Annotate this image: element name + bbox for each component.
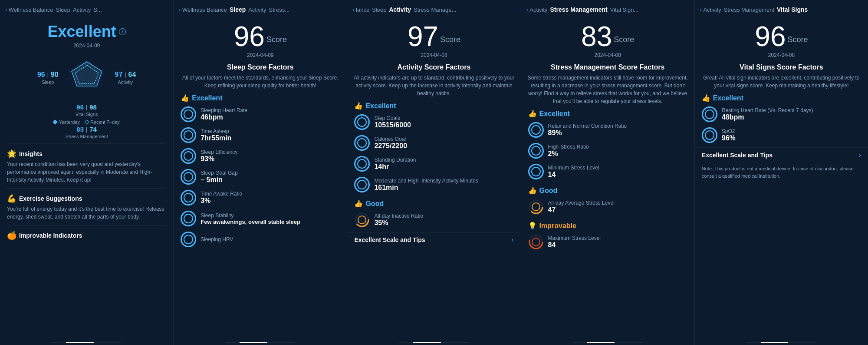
vitals-yesterday-score: 96	[76, 103, 84, 111]
activity-scale-tips[interactable]: Excellent Scale and Tips ›	[347, 232, 520, 247]
stress-metric-label-1: Relax and Normal Condition Ratio	[548, 123, 687, 129]
nav-back-2[interactable]: ‹ Wellness Balance	[179, 6, 227, 13]
sleep-metric-circle-4	[181, 169, 196, 185]
nav-item-sleep-1[interactable]: Sleep	[56, 7, 70, 13]
screen-stress: ‹ Activity Stress Management Vital Sign.…	[521, 0, 695, 345]
stress-metric-circle-3	[528, 164, 544, 179]
sleep-metric-time-asleep: Time Asleep 7hr55min	[174, 125, 347, 146]
stress-excellent-text: Excellent	[539, 110, 570, 118]
stress-metric-info-1: Relax and Normal Condition Ratio 89%	[548, 123, 687, 137]
sleep-label: Sleep	[42, 80, 54, 85]
scroll-indicator-3	[399, 342, 469, 343]
stress-factors-title: Stress Management Score Factors	[521, 63, 694, 71]
activity-metric-circle-good	[354, 212, 370, 228]
nav-active-sleep[interactable]: Sleep	[230, 6, 246, 13]
nav-item-s-1[interactable]: S...	[93, 7, 102, 13]
vitals-metric-info-1: Resting Heart Rate (Vs. Recent 7 days) 4…	[722, 107, 861, 121]
stress-metric-label-improvable: Maximum Stress Level	[548, 235, 687, 241]
activity-thumb-icon: 👍	[354, 102, 363, 110]
radar-chart	[63, 53, 111, 103]
stress-metric-relax: Relax and Normal Condition Ratio 89%	[521, 119, 694, 140]
sleep-metric-hrv: Sleeping HRV	[174, 229, 347, 250]
vitals-metric-circle-1	[702, 106, 717, 122]
sleep-metric-label-1: Sleeping Heart Rate	[201, 107, 340, 113]
insights-icon: 🌟	[7, 149, 16, 159]
stress-metric-info-3: Minimum Stress Level 14	[548, 165, 687, 179]
activity-metric-label-4: Moderate and High–Intensity Activity Min…	[374, 178, 513, 184]
stress-metric-value-1: 89%	[548, 129, 687, 137]
nav-active-vitals[interactable]: Vital Signs	[777, 6, 808, 13]
sleep-metric-value-5: 3%	[201, 197, 340, 205]
vitals-scale-tips[interactable]: Excellent Scale and Tips ›	[695, 147, 868, 163]
activity-metric-value-4: 161min	[374, 184, 513, 192]
sleep-metric-info-3: Sleep Efficiency 93%	[201, 149, 340, 163]
nav-bar-3: ‹ lance Sleep Activity Stress Manage...	[347, 0, 520, 19]
stress-metric-label-3: Minimum Stress Level	[548, 165, 687, 171]
activity-metric-label-3: Standing Duration	[374, 157, 513, 163]
sleep-metric-goal-gap: Sleep Goal Gap – 5min	[174, 166, 347, 187]
activity-chevron-icon: ›	[511, 236, 513, 244]
improvable-title: Improvable Indicators	[19, 232, 82, 239]
sleep-metric-info-4: Sleep Goal Gap – 5min	[201, 170, 340, 184]
activity-metric-value-2: 2275/2200	[374, 142, 513, 150]
stress-metric-min-stress: Minimum Stress Level 14	[521, 161, 694, 182]
svg-point-10	[532, 203, 540, 211]
stress-thumb-icon: 👍	[528, 109, 537, 118]
sleep-metric-value-4: – 5min	[201, 176, 340, 184]
activity-good-badge: 👍 Good	[354, 199, 513, 208]
activity-metric-circle-2	[354, 135, 370, 151]
scroll-indicator-1	[52, 342, 122, 343]
sleep-quality-badge: 👍 Excellent	[181, 94, 340, 102]
stress-metric-circle-1	[528, 122, 544, 138]
activity-metric-inactive: All-day Inactive Ratio 35%	[347, 209, 520, 230]
sleep-yesterday-score: 96	[37, 71, 45, 79]
nav-active-activity[interactable]: Activity	[389, 6, 411, 13]
exercise-text: You're full of energy today and it's the…	[0, 205, 173, 221]
activity-metric-value-1: 10515/6000	[374, 121, 513, 129]
nav-item-vitals-4[interactable]: Vital Sign...	[610, 7, 639, 13]
nav-bar-1: ‹ Wellness Balance Sleep Activity S...	[0, 0, 173, 19]
nav-item-stress-3[interactable]: Stress Manage...	[414, 7, 456, 13]
stress-improvable-text: Improvable	[539, 222, 576, 230]
nav-back-3[interactable]: ‹ lance	[352, 6, 369, 13]
exercise-header: 💪 Exercise Suggestions	[0, 194, 173, 203]
vitals-label-radar: Vital Signs	[76, 112, 98, 117]
nav-bar-5: ‹ Activity Stress Management Vital Signs	[695, 0, 868, 19]
activity-scale-tips-text: Excellent Scale and Tips	[354, 236, 425, 243]
stress-label-radar: Stress Management	[65, 134, 108, 139]
activity-metric-info-2: Calories Goal 2275/2200	[374, 136, 513, 150]
insights-title: Insights	[19, 150, 43, 157]
stress-metric-value-3: 14	[548, 171, 687, 179]
stress-improvable-badge: 💡 Improvable	[528, 222, 687, 230]
sleep-metric-value-6: Few awakenings, overall stable sleep	[201, 219, 340, 225]
sleep-metric-stability: Sleep Stability Few awakenings, overall …	[174, 208, 347, 229]
nav-item-activity-2[interactable]: Activity	[248, 7, 266, 13]
activity-metric-circle-3	[354, 156, 370, 172]
nav-active-stress[interactable]: Stress Management	[550, 6, 607, 13]
insights-header: 🌟 Insights	[0, 149, 173, 159]
exercise-icon: 💪	[7, 194, 16, 203]
activity-metric-value-3: 14hr	[374, 163, 513, 171]
sleep-metric-value-1: 46bpm	[201, 113, 340, 121]
activity-metric-calories: Calories Goal 2275/2200	[347, 133, 520, 153]
info-icon-1[interactable]: i	[119, 28, 126, 35]
nav-back-4[interactable]: ‹ Activity	[526, 6, 548, 13]
activity-yesterday-score: 97	[115, 71, 123, 79]
nav-item-stress-2[interactable]: Stress...	[269, 7, 290, 13]
screen-activity: ‹ lance Sleep Activity Stress Manage... …	[347, 0, 521, 345]
nav-item-activity-1[interactable]: Activity	[73, 7, 91, 13]
nav-item-sleep-3[interactable]: Sleep	[372, 7, 386, 13]
sleep-quality-text: Excellent	[192, 94, 222, 102]
nav-back-1[interactable]: ‹ Wellness Balance	[5, 6, 53, 13]
stress-excellent-badge: 👍 Excellent	[528, 109, 687, 118]
stress-good-thumb-icon: 👍	[528, 186, 537, 195]
sleep-metric-circle-7	[181, 232, 196, 247]
screen-sleep: ‹ Wellness Balance Sleep Activity Stress…	[174, 0, 347, 345]
nav-back-5[interactable]: ‹ Activity	[700, 6, 721, 13]
stress-metric-circle-improvable	[528, 234, 544, 250]
vitals-date: 2024-04-08	[702, 52, 861, 58]
sleep-metric-info-2: Time Asleep 7hr55min	[201, 128, 340, 142]
stress-bulb-icon: 💡	[528, 222, 537, 230]
sleep-score-area: 96 Score 2024-04-09	[174, 19, 347, 60]
nav-item-stress-5[interactable]: Stress Management	[724, 7, 774, 13]
